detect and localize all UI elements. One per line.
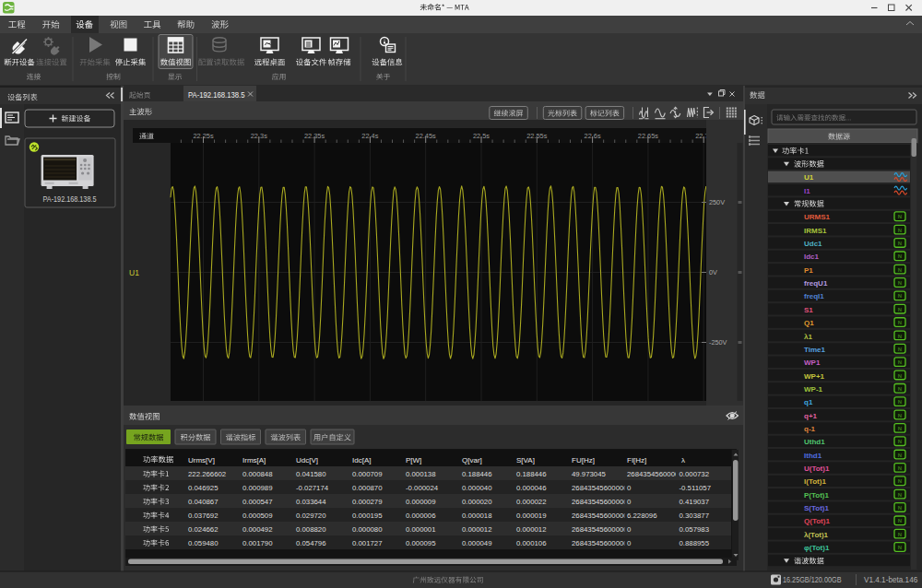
- svg-text:16.25GB/120.00GB: 16.25GB/120.00GB: [783, 576, 842, 584]
- svg-text:0.029720: 0.029720: [296, 512, 326, 520]
- svg-text:PA-192.168.138.5: PA-192.168.138.5: [43, 194, 97, 204]
- svg-text:V1.4.1-beta.146: V1.4.1-beta.146: [864, 576, 918, 584]
- svg-text:P(Tot)1: P(Tot)1: [804, 491, 830, 500]
- svg-text:Udc1: Udc1: [804, 240, 822, 248]
- svg-text:0.000046: 0.000046: [516, 484, 547, 492]
- svg-text:IRMS1: IRMS1: [804, 227, 827, 235]
- svg-text:N: N: [898, 228, 902, 233]
- svg-text:q-1: q-1: [804, 425, 816, 433]
- svg-text:freqU1: freqU1: [804, 279, 828, 288]
- svg-text:q+1: q+1: [804, 412, 818, 420]
- svg-text:WP1: WP1: [804, 359, 821, 367]
- svg-text:N: N: [898, 492, 902, 498]
- svg-text:N: N: [898, 465, 902, 471]
- svg-text:WP-1: WP-1: [804, 385, 823, 394]
- svg-text:λ: λ: [681, 456, 685, 465]
- svg-text:N: N: [898, 386, 902, 392]
- svg-text:0.188446: 0.188446: [516, 470, 547, 478]
- svg-text:N: N: [898, 426, 902, 431]
- svg-text:FI[Hz]: FI[Hz]: [627, 456, 646, 465]
- svg-text:P[W]: P[W]: [406, 456, 421, 465]
- svg-text:φ(Tot)1: φ(Tot)1: [804, 544, 830, 552]
- svg-text:0V: 0V: [709, 268, 717, 276]
- svg-text:0.000006: 0.000006: [406, 512, 436, 520]
- svg-text:Q[var]: Q[var]: [462, 456, 482, 465]
- svg-text:N: N: [898, 307, 902, 312]
- svg-text:URMS1: URMS1: [804, 213, 831, 221]
- svg-text:Time1: Time1: [804, 346, 826, 354]
- svg-text:S(Tot)1: S(Tot)1: [804, 504, 830, 512]
- svg-text:0.000001: 0.000001: [406, 525, 436, 534]
- svg-text:0.037692: 0.037692: [188, 512, 219, 520]
- svg-text:N: N: [898, 413, 902, 418]
- svg-text:N: N: [898, 280, 902, 286]
- svg-text:-250V: -250V: [709, 338, 727, 347]
- svg-text:N: N: [898, 532, 902, 537]
- svg-text:Ithd1: Ithd1: [804, 452, 822, 460]
- svg-text:0.000018: 0.000018: [462, 512, 492, 520]
- svg-text:N: N: [898, 214, 902, 219]
- svg-text:N: N: [898, 399, 902, 405]
- svg-text:0.000106: 0.000106: [516, 539, 547, 547]
- svg-text:U1: U1: [129, 268, 139, 277]
- svg-text:N: N: [898, 373, 902, 379]
- svg-text:Uthd1: Uthd1: [804, 438, 825, 446]
- svg-text:250V: 250V: [709, 198, 725, 206]
- svg-text:0.000049: 0.000049: [462, 539, 492, 547]
- svg-text:0.001790: 0.001790: [242, 539, 273, 547]
- svg-text:0.057983: 0.057983: [680, 525, 710, 534]
- svg-text:6.228096: 6.228096: [627, 512, 657, 520]
- svg-text:0: 0: [627, 525, 632, 534]
- svg-text:0.888955: 0.888955: [680, 539, 710, 547]
- svg-text:0: 0: [627, 498, 632, 506]
- svg-text:Irms[A]: Irms[A]: [242, 456, 266, 465]
- svg-text:Q1: Q1: [804, 319, 814, 327]
- svg-text:0.000019: 0.000019: [516, 512, 547, 520]
- svg-text:-0.511057: -0.511057: [680, 484, 712, 492]
- svg-text:Q(Tot)1: Q(Tot)1: [804, 517, 830, 525]
- svg-text:0: 0: [627, 539, 632, 547]
- svg-text:U1: U1: [804, 173, 814, 182]
- svg-text:N: N: [898, 545, 902, 550]
- svg-text:26843545600000: 26843545600000: [572, 498, 628, 506]
- svg-text:-0.000024: -0.000024: [406, 484, 439, 492]
- svg-text:0.024662: 0.024662: [188, 525, 219, 534]
- svg-text:q1: q1: [804, 398, 813, 406]
- svg-text:0.303877: 0.303877: [680, 512, 710, 520]
- svg-text:λ1: λ1: [804, 333, 812, 341]
- svg-text:0.008820: 0.008820: [296, 525, 326, 534]
- svg-text:Idc1: Idc1: [804, 253, 820, 261]
- svg-text:0.033644: 0.033644: [296, 498, 326, 506]
- svg-text:N: N: [898, 253, 902, 259]
- svg-text:0.000492: 0.000492: [242, 525, 273, 534]
- svg-text:0.054796: 0.054796: [296, 539, 326, 547]
- svg-text:N: N: [898, 359, 902, 365]
- svg-text:N: N: [898, 241, 902, 246]
- svg-text:26843545600000: 26843545600000: [572, 539, 628, 547]
- svg-text:-0.027174: -0.027174: [296, 484, 329, 492]
- svg-text:S[VA]: S[VA]: [516, 456, 535, 465]
- svg-text:N: N: [898, 267, 902, 273]
- svg-text:0.000870: 0.000870: [352, 484, 383, 492]
- svg-text:N: N: [898, 518, 902, 523]
- svg-text:N: N: [898, 320, 902, 325]
- svg-text:0.000732: 0.000732: [680, 470, 710, 478]
- svg-text:N: N: [898, 293, 902, 299]
- svg-text:FU[Hz]: FU[Hz]: [572, 456, 595, 465]
- svg-text:N: N: [898, 478, 902, 484]
- svg-text:Udc[V]: Udc[V]: [296, 456, 318, 465]
- svg-text:S1: S1: [804, 306, 813, 314]
- svg-text:0.000709: 0.000709: [352, 470, 383, 478]
- svg-text:WP+1: WP+1: [804, 372, 825, 381]
- svg-text:Idc[A]: Idc[A]: [352, 456, 371, 465]
- svg-text:0.000095: 0.000095: [406, 539, 436, 547]
- svg-text:0: 0: [627, 484, 632, 492]
- svg-text:0.000509: 0.000509: [242, 512, 273, 520]
- svg-text:0.000022: 0.000022: [516, 498, 547, 506]
- svg-text:0.040867: 0.040867: [188, 498, 219, 506]
- svg-text:0.001727: 0.001727: [352, 539, 383, 547]
- svg-text:0.419037: 0.419037: [680, 498, 710, 506]
- svg-text:222.266602: 222.266602: [188, 470, 226, 478]
- svg-text:Urms[V]: Urms[V]: [188, 456, 215, 465]
- svg-text:N: N: [898, 439, 902, 444]
